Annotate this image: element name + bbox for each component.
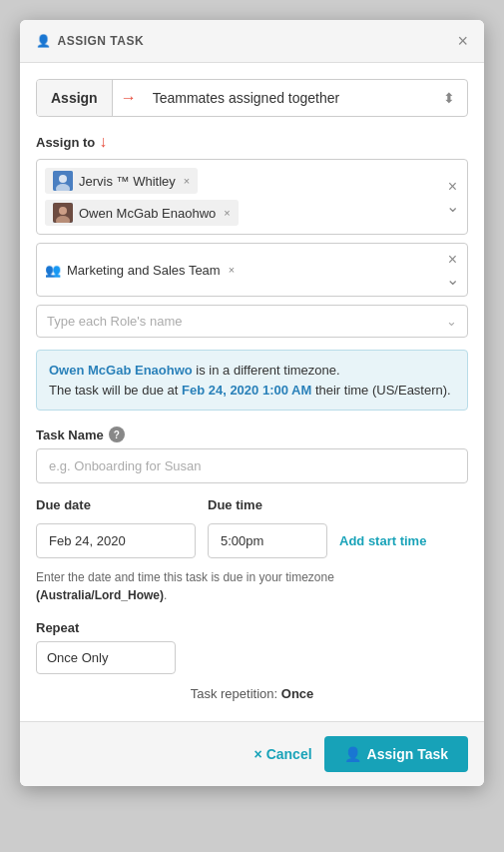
repeat-select-wrap: Once Only Daily Weekly Monthly	[36, 641, 468, 674]
cancel-label: Cancel	[266, 746, 312, 762]
assign-to-arrow: ↓	[99, 133, 107, 151]
modal-body: Assign → Teammates assigned together ⬍ A…	[20, 63, 484, 721]
svg-point-4	[59, 207, 67, 215]
team-box: 👥 Marketing and Sales Team × × ⌄	[36, 243, 468, 297]
tz-hint-tz: (Australia/Lord_Howe)	[36, 588, 164, 602]
team-tag: 👥 Marketing and Sales Team ×	[45, 263, 235, 278]
tz-hint-text1: Enter the date and time this task is due…	[36, 570, 334, 584]
assignee-tag-owen: Owen McGab Enaohwo ×	[45, 200, 239, 226]
assignees-actions: × ⌄	[438, 179, 459, 215]
roles-placeholder: Type each Role's name	[47, 314, 182, 329]
assign-to-text: Assign to	[36, 135, 95, 150]
due-date-input[interactable]	[36, 523, 196, 558]
assign-row[interactable]: Assign → Teammates assigned together ⬍	[36, 79, 468, 117]
remove-team-x-button[interactable]: ×	[448, 252, 457, 268]
assign-select-value: Teammates assigned together	[145, 80, 431, 116]
assign-arrow: →	[113, 89, 145, 107]
remove-jervis-button[interactable]: ×	[184, 175, 190, 187]
svg-point-1	[59, 175, 67, 183]
modal-title: 👤 ASSIGN TASK	[36, 34, 144, 48]
due-date-label: Due date	[36, 497, 196, 512]
roles-chevron-icon: ⌄	[446, 314, 457, 329]
task-repetition-value: Once	[281, 686, 314, 701]
add-start-time-button[interactable]: Add start time	[339, 533, 426, 558]
due-time-field: Due time	[208, 497, 327, 558]
timezone-text1: is in a different timezone.	[193, 363, 340, 378]
team-actions: × ⌄	[438, 252, 459, 288]
due-time-input[interactable]	[208, 523, 327, 558]
repeat-section: Repeat Once Only Daily Weekly Monthly	[36, 620, 468, 674]
assign-task-button[interactable]: 👤 Assign Task	[324, 736, 468, 772]
close-button[interactable]: ×	[457, 32, 468, 50]
assign-chevron-icon[interactable]: ⬍	[431, 80, 467, 116]
list-item: Jervis ™ Whitley ×	[45, 168, 438, 194]
help-icon: ?	[109, 426, 125, 442]
list-item: Owen McGab Enaohwo ×	[45, 200, 438, 226]
expand-assignees-button[interactable]: ⌄	[446, 199, 459, 215]
person-icon: 👤	[36, 34, 52, 48]
assign-task-icon: 👤	[344, 746, 361, 762]
assign-to-label: Assign to ↓	[36, 133, 468, 151]
repeat-label: Repeat	[36, 620, 468, 635]
roles-input-box[interactable]: Type each Role's name ⌄	[36, 305, 468, 338]
timezone-hint: Enter the date and time this task is due…	[36, 568, 468, 604]
avatar-owen	[53, 203, 73, 223]
due-date-field: Due date	[36, 497, 196, 558]
timezone-notice: Owen McGab Enaohwo is in a different tim…	[36, 350, 468, 411]
expand-team-button[interactable]: ⌄	[446, 272, 459, 288]
remove-owen-button[interactable]: ×	[224, 207, 230, 219]
modal-header: 👤 ASSIGN TASK ×	[20, 20, 484, 63]
timezone-text3: their time (US/Eastern).	[311, 383, 450, 398]
task-repetition: Task repetition: Once	[36, 686, 468, 701]
modal-title-text: ASSIGN TASK	[58, 34, 145, 48]
cancel-button[interactable]: × Cancel	[253, 746, 311, 762]
due-time-label: Due time	[208, 497, 327, 512]
assign-task-modal: 👤 ASSIGN TASK × Assign → Teammates assig…	[20, 20, 484, 786]
team-name: Marketing and Sales Team	[67, 263, 221, 278]
timezone-name: Owen McGab Enaohwo	[49, 363, 193, 378]
repeat-select[interactable]: Once Only Daily Weekly Monthly	[36, 641, 176, 674]
assignee-tag-jervis: Jervis ™ Whitley ×	[45, 168, 198, 194]
tz-hint-text2: .	[164, 588, 167, 602]
avatar-jervis	[53, 171, 73, 191]
task-name-label: Task Name ?	[36, 426, 468, 442]
timezone-text2: The task will be due at	[49, 383, 182, 398]
timezone-date: Feb 24, 2020 1:00 AM	[182, 383, 311, 398]
assign-label: Assign	[37, 80, 113, 116]
modal-footer: × Cancel 👤 Assign Task	[20, 721, 484, 786]
remove-team-button[interactable]: ×	[229, 264, 235, 276]
date-time-row: Due date Due time Add start time	[36, 497, 468, 558]
assign-task-label: Assign Task	[367, 746, 448, 762]
team-icon: 👥	[45, 263, 61, 278]
cancel-icon: ×	[253, 746, 261, 762]
assignee-name-jervis: Jervis ™ Whitley	[79, 174, 176, 189]
task-repetition-label: Task repetition:	[191, 686, 277, 701]
assignees-list: Jervis ™ Whitley × Owen McGab	[45, 168, 438, 226]
remove-assignees-button[interactable]: ×	[448, 179, 457, 195]
task-name-input[interactable]	[36, 448, 468, 483]
task-name-section: Task Name ?	[36, 426, 468, 483]
assignee-name-owen: Owen McGab Enaohwo	[79, 206, 216, 221]
assignees-box: Jervis ™ Whitley × Owen McGab	[36, 159, 468, 235]
